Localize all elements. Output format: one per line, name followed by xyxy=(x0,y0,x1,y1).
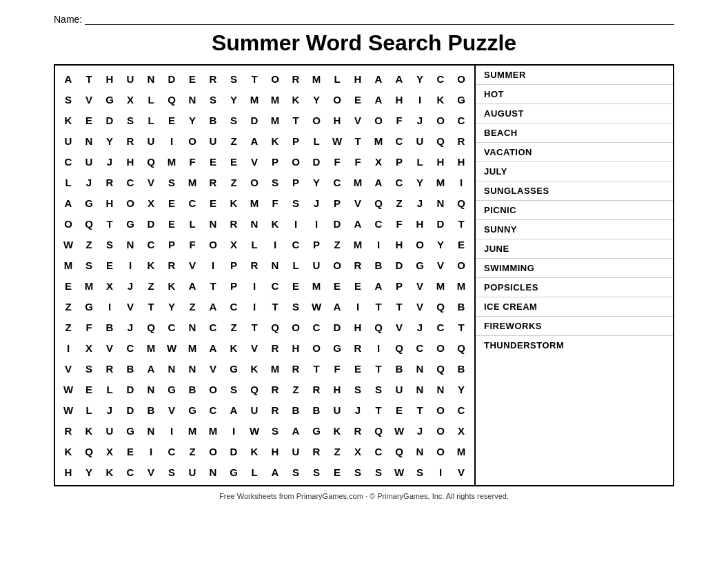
grid-cell: U xyxy=(182,462,203,482)
grid-cell: O xyxy=(430,110,451,130)
grid-cell: T xyxy=(244,68,265,89)
grid-cell: U xyxy=(79,151,99,172)
grid-cell: C xyxy=(58,151,79,172)
grid-cell: N xyxy=(120,234,141,255)
grid-cell: S xyxy=(223,68,244,89)
name-underline xyxy=(85,12,674,25)
grid-cell: L xyxy=(327,68,347,89)
grid-cell: M xyxy=(79,275,99,296)
grid-cell: E xyxy=(99,255,120,275)
grid-cell: Q xyxy=(161,89,182,110)
grid-cell: C xyxy=(161,317,182,337)
grid-cell: W xyxy=(58,234,79,255)
grid-cell: X xyxy=(368,151,389,172)
grid-cell: H xyxy=(389,234,410,255)
grid-cell: X xyxy=(120,89,141,110)
grid-cell: E xyxy=(347,89,368,110)
grid-cell: C xyxy=(120,172,141,192)
grid-cell: H xyxy=(347,68,368,89)
grid-cell: Z xyxy=(58,296,79,317)
grid-cell: H xyxy=(285,337,306,358)
grid-cell: M xyxy=(430,275,451,296)
grid-cell: O xyxy=(203,379,223,399)
grid-cell: E xyxy=(203,151,223,172)
grid-cell: T xyxy=(203,275,223,296)
grid-cell: Q xyxy=(389,441,410,462)
word-list-item: SUNGLASSES xyxy=(476,181,673,201)
grid-cell: K xyxy=(58,110,79,130)
grid-cell: B xyxy=(203,110,223,130)
grid-cell: T xyxy=(368,296,389,317)
grid-cell: S xyxy=(265,172,285,192)
grid-cell: T xyxy=(389,296,410,317)
grid-cell: Z xyxy=(389,192,410,213)
grid-cell: K xyxy=(58,441,79,462)
name-line: Name: xyxy=(54,12,674,25)
grid-cell: L xyxy=(306,130,327,151)
grid-cell: X xyxy=(141,192,161,213)
grid-cell: E xyxy=(347,358,368,379)
grid-cell: Z xyxy=(79,234,99,255)
grid-cell: Y xyxy=(79,462,99,482)
grid-cell: I xyxy=(347,296,368,317)
grid-cell: F xyxy=(389,110,410,130)
grid-cell: Y xyxy=(451,379,472,399)
grid-cell: D xyxy=(244,110,265,130)
grid-cell: U xyxy=(306,255,327,275)
grid-cell: D xyxy=(223,441,244,462)
grid-cell: R xyxy=(306,441,327,462)
grid-cell: G xyxy=(182,399,203,420)
grid-cell: C xyxy=(306,317,327,337)
grid-cell: Z xyxy=(141,275,161,296)
grid-cell: K xyxy=(223,337,244,358)
grid-cell: U xyxy=(120,68,141,89)
grid-cell: I xyxy=(161,420,182,441)
grid-cell: P xyxy=(223,255,244,275)
grid-cell: U xyxy=(58,130,79,151)
grid-cell: M xyxy=(244,89,265,110)
grid-cell: L xyxy=(141,89,161,110)
grid-cell: F xyxy=(182,234,203,255)
grid-cell: A xyxy=(244,130,265,151)
grid-cell: J xyxy=(79,172,99,192)
grid-cell: D xyxy=(99,110,120,130)
grid-cell: S xyxy=(223,110,244,130)
grid-cell: X xyxy=(99,275,120,296)
grid-cell: M xyxy=(368,130,389,151)
grid-cell: J xyxy=(410,420,430,441)
grid-cell: V xyxy=(430,255,451,275)
grid-cell: N xyxy=(182,89,203,110)
grid-cell: M xyxy=(182,420,203,441)
grid-cell: F xyxy=(389,213,410,234)
grid-cell: J xyxy=(410,192,430,213)
grid-cell: U xyxy=(203,130,223,151)
grid-cell: G xyxy=(223,358,244,379)
grid-cell: K xyxy=(327,420,347,441)
grid-cell: V xyxy=(244,151,265,172)
grid-cell: Q xyxy=(451,337,472,358)
grid-cell: Z xyxy=(58,317,79,337)
grid-cell: M xyxy=(265,89,285,110)
grid-cell: A xyxy=(203,337,223,358)
grid-cell: Y xyxy=(161,296,182,317)
grid-cell: L xyxy=(410,151,430,172)
grid-cell: D xyxy=(430,213,451,234)
grid-cell: O xyxy=(451,255,472,275)
grid-cell: T xyxy=(347,130,368,151)
grid-cell: R xyxy=(120,130,141,151)
grid-cell: V xyxy=(451,462,472,482)
grid-cell: Z xyxy=(285,379,306,399)
grid-cell: G xyxy=(306,420,327,441)
grid-cell: A xyxy=(368,68,389,89)
grid-cell: O xyxy=(203,234,223,255)
grid-cell: P xyxy=(223,275,244,296)
grid-cell: X xyxy=(347,441,368,462)
grid-cell: Q xyxy=(79,213,99,234)
page-title: Summer Word Search Puzzle xyxy=(212,30,516,56)
grid-cell: I xyxy=(161,130,182,151)
word-list-item: AUGUST xyxy=(476,104,673,124)
grid-cell: R xyxy=(347,337,368,358)
grid-cell: E xyxy=(327,462,347,482)
grid-cell: P xyxy=(265,151,285,172)
grid-cell: U xyxy=(99,420,120,441)
